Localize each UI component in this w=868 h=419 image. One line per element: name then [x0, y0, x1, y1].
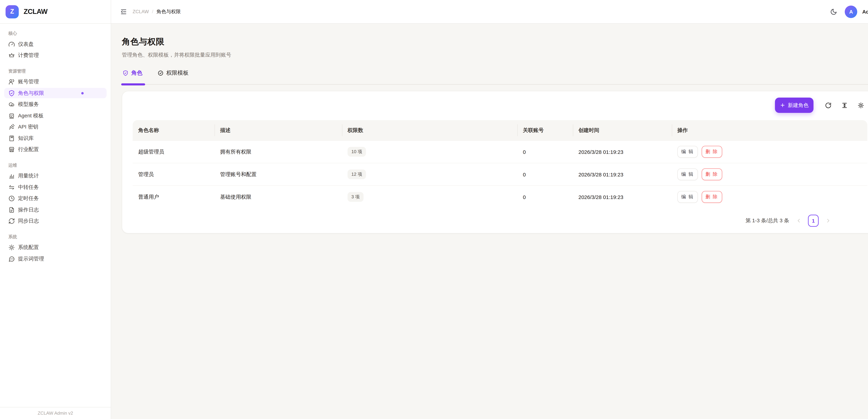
sidebar-item-prompt-management[interactable]: 提示词管理: [4, 253, 106, 264]
plus-icon: [780, 102, 785, 108]
permission-count-badge: 3 项: [347, 192, 364, 202]
edit-button[interactable]: 编 辑: [677, 146, 698, 158]
circle-check-icon: [158, 70, 163, 76]
sidebar-item-label: 账号管理: [18, 79, 39, 85]
column-header-created-at: 创建时间: [573, 120, 672, 140]
cell-actions: 编 辑 删 除: [672, 169, 867, 180]
column-header-linked-accounts: 关联账号: [517, 120, 573, 140]
cell-role-name: 管理员: [133, 171, 215, 178]
page-title: 角色与权限: [122, 36, 868, 47]
sidebar-item-industry-config[interactable]: 行业配置: [4, 144, 106, 155]
cloud-model-icon: [8, 101, 15, 108]
sidebar-item-label: 仪表盘: [18, 41, 34, 48]
sidebar-item-label: 行业配置: [18, 146, 39, 153]
sidebar-item-dashboard[interactable]: 仪表盘: [4, 39, 106, 49]
sidebar-item-label: 定时任务: [18, 195, 39, 202]
sidebar-collapse-button[interactable]: [117, 5, 130, 18]
crown-icon: [8, 52, 15, 59]
new-role-button[interactable]: 新建角色: [775, 98, 813, 113]
breadcrumb-root[interactable]: ZCLAW: [133, 9, 149, 14]
cell-actions: 编 辑 删 除: [672, 146, 867, 158]
table-row: 普通用户 基础使用权限 3 项 0 2026/3/28 01:19:23 编 辑…: [133, 185, 867, 208]
permission-count-badge: 10 项: [347, 147, 366, 157]
breadcrumb-separator: /: [152, 9, 153, 14]
row-density-button[interactable]: [838, 99, 851, 112]
sidebar-item-scheduled-tasks[interactable]: 定时任务: [4, 193, 106, 204]
breadcrumb: ZCLAW / 角色与权限: [133, 8, 181, 15]
delete-button[interactable]: 删 除: [702, 146, 722, 158]
moon-icon: [830, 8, 837, 15]
refresh-icon: [8, 218, 15, 225]
pagination: 第 1-3 条/总共 3 条 1: [133, 214, 867, 227]
cell-linked-accounts: 0: [517, 149, 573, 155]
book-icon: [8, 135, 15, 142]
table-toolbar: 新建角色: [133, 98, 867, 113]
edit-button[interactable]: 编 辑: [677, 169, 698, 180]
sidebar-item-label: 中转任务: [18, 184, 39, 190]
brand-name: ZCLAW: [24, 8, 48, 16]
cell-role-name: 超级管理员: [133, 148, 215, 155]
cell-created-at: 2026/3/28 01:19:23: [573, 171, 672, 177]
cell-description: 拥有所有权限: [215, 148, 342, 155]
gear-icon: [858, 102, 864, 109]
sidebar-item-knowledge-base[interactable]: 知识库: [4, 133, 106, 143]
cell-actions: 编 辑 删 除: [672, 191, 867, 203]
shield-check-icon: [123, 70, 128, 76]
sidebar-item-sync-logs[interactable]: 同步日志: [4, 216, 106, 226]
user-name[interactable]: Admin: [862, 9, 868, 14]
brand-logo: Z: [5, 5, 19, 18]
sidebar-item-agent-templates[interactable]: Agent 模板: [4, 111, 106, 121]
column-header-permission-count: 权限数: [342, 120, 517, 140]
sidebar-item-system-config[interactable]: 系统配置: [4, 242, 106, 253]
app-window: Z ZCLAW 核心 仪表盘 计费管理 资源管理: [0, 0, 868, 419]
sidebar-item-label: 用量统计: [18, 173, 39, 179]
chevron-left-icon: [796, 217, 802, 223]
sidebar-item-api-keys[interactable]: API 密钥: [4, 122, 106, 132]
sidebar-item-roles-permissions[interactable]: 角色与权限: [4, 88, 106, 98]
permission-count-badge: 12 项: [347, 170, 366, 179]
tab-permission-templates[interactable]: 权限模板: [157, 69, 189, 84]
table-header-row: 角色名称 描述 权限数 关联账号 创建时间 操作: [133, 120, 867, 140]
pagination-summary: 第 1-3 条/总共 3 条: [745, 217, 789, 224]
edit-button[interactable]: 编 辑: [677, 191, 698, 203]
sidebar-item-model-services[interactable]: 模型服务: [4, 99, 106, 110]
nav-section-system: 系统: [4, 234, 106, 240]
delete-button[interactable]: 删 除: [702, 169, 722, 180]
avatar[interactable]: A: [845, 5, 858, 18]
sidebar-item-label: 提示词管理: [18, 256, 44, 262]
column-header-role-name: 角色名称: [133, 120, 215, 140]
page-number-1[interactable]: 1: [808, 214, 819, 227]
sidebar-item-operation-logs[interactable]: 操作日志: [4, 205, 106, 215]
refresh-table-button[interactable]: [822, 99, 835, 112]
column-header-actions: 操作: [672, 120, 867, 140]
column-header-description: 描述: [215, 120, 342, 140]
tab-roles[interactable]: 角色: [122, 69, 143, 84]
sidebar-item-accounts[interactable]: 账号管理: [4, 77, 106, 87]
sidebar-item-billing[interactable]: 计费管理: [4, 50, 106, 61]
sidebar-item-usage-stats[interactable]: 用量统计: [4, 171, 106, 181]
plug-icon: [8, 124, 15, 130]
nav-section-core: 核心: [4, 31, 106, 36]
delete-button[interactable]: 删 除: [702, 191, 722, 203]
cell-linked-accounts: 0: [517, 194, 573, 200]
chevron-right-icon: [825, 217, 831, 223]
sidebar-item-label: 角色与权限: [18, 90, 44, 96]
prev-page-button[interactable]: [794, 216, 803, 225]
column-height-icon: [841, 102, 848, 109]
sidebar-item-relay-tasks[interactable]: 中转任务: [4, 182, 106, 192]
app-version: ZCLAW Admin v2: [38, 411, 73, 416]
sidebar: Z ZCLAW 核心 仪表盘 计费管理 资源管理: [0, 0, 111, 419]
topbar: ZCLAW / 角色与权限 A Admin: [111, 0, 868, 24]
clock-icon: [8, 195, 15, 202]
store-icon: [8, 146, 15, 153]
cell-created-at: 2026/3/28 01:19:23: [573, 194, 672, 200]
table-settings-button[interactable]: [854, 99, 867, 112]
gear-icon: [8, 244, 15, 251]
bar-chart-icon: [8, 173, 15, 179]
dark-mode-toggle[interactable]: [828, 5, 840, 18]
sidebar-item-label: 操作日志: [18, 206, 39, 213]
tab-label: 角色: [131, 69, 142, 77]
sidebar-item-label: 计费管理: [18, 52, 39, 59]
next-page-button[interactable]: [824, 216, 833, 225]
message-dots-icon: [8, 256, 15, 262]
